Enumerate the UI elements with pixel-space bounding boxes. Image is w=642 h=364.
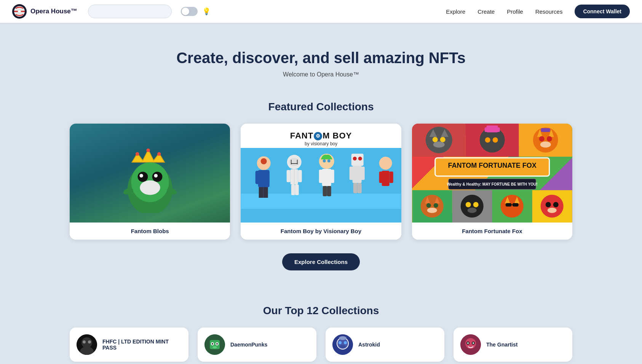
svg-point-122 xyxy=(344,341,347,344)
nav-profile[interactable]: Profile xyxy=(507,8,523,15)
top-collections-title: Our Top 12 Collections xyxy=(70,305,572,317)
svg-point-77 xyxy=(540,141,551,148)
svg-point-75 xyxy=(539,136,544,141)
svg-point-53 xyxy=(379,157,392,170)
featured-grid: Fantom Blobs FANT⚙M BOY by visionary boy xyxy=(70,124,572,240)
svg-point-92 xyxy=(465,202,471,207)
top-card-fhfc[interactable]: FHFC | LTD EDITION MINT PASS xyxy=(70,327,188,362)
svg-rect-48 xyxy=(353,166,362,183)
svg-point-94 xyxy=(467,208,476,213)
theme-controls: 💡 xyxy=(181,7,211,16)
svg-point-5 xyxy=(136,152,139,156)
lightbulb-icon[interactable]: 💡 xyxy=(202,7,211,16)
svg-point-116 xyxy=(212,343,213,345)
svg-text:Wealthy & Healthy: MAY FORTUNE: Wealthy & Healthy: MAY FORTUNE BE WITH Y… xyxy=(447,182,537,186)
svg-rect-43 xyxy=(323,186,327,196)
svg-rect-34 xyxy=(298,170,302,182)
explore-collections-button[interactable]: Explore Collections xyxy=(282,253,360,270)
svg-rect-52 xyxy=(358,183,362,193)
svg-point-117 xyxy=(216,343,218,345)
svg-point-106 xyxy=(547,208,556,213)
nav-links: Explore Create Profile Resources Connect… xyxy=(446,5,630,18)
featured-title: Featured Collections xyxy=(70,101,572,113)
top-card-gnartist[interactable]: The Gnartist xyxy=(454,327,572,362)
svg-rect-36 xyxy=(295,184,299,195)
svg-point-89 xyxy=(427,208,437,213)
nav-resources[interactable]: Resources xyxy=(535,8,563,15)
brand-logo[interactable]: Opera House™ xyxy=(12,4,77,19)
hero-title: Create, discover, and sell amazing NFTs xyxy=(8,49,634,67)
top-collections-section: Our Top 12 Collections FHFC | LTD EDITIO… xyxy=(54,301,588,364)
fantom-boy-image: FANT⚙M BOY by visionary boy xyxy=(241,124,401,223)
svg-rect-56 xyxy=(390,172,393,183)
hero-subtitle: Welcome to Opera House™ xyxy=(8,71,634,78)
top-card-name-daemonpunks: DaemonPunks xyxy=(230,342,267,348)
search-input[interactable] xyxy=(88,5,172,18)
top-card-astrokid[interactable]: Astrokid xyxy=(326,327,444,362)
svg-point-76 xyxy=(546,136,552,141)
explore-btn-wrap: Explore Collections xyxy=(70,253,572,270)
fantom-fox-image: FANTOM FORTUNATE FOX Wealthy & Healthy: … xyxy=(412,124,572,223)
svg-point-3 xyxy=(18,10,21,13)
top-card-name-fhfc: FHFC | LTD EDITION MINT PASS xyxy=(102,339,182,351)
svg-point-88 xyxy=(433,203,438,208)
svg-point-12 xyxy=(139,174,143,178)
navbar: Opera House™ 💡 Explore Create Profile Re… xyxy=(0,0,642,23)
svg-point-62 xyxy=(440,137,445,142)
fantom-boy-card-subtitle: by visionary boy xyxy=(241,141,401,146)
connect-wallet-button[interactable]: Connect Wallet xyxy=(575,5,630,18)
svg-point-91 xyxy=(460,195,483,218)
svg-point-105 xyxy=(553,202,558,207)
svg-rect-49 xyxy=(350,167,354,180)
svg-point-104 xyxy=(545,202,551,207)
svg-point-58 xyxy=(425,127,452,153)
svg-point-46 xyxy=(353,157,357,161)
svg-point-111 xyxy=(88,340,91,343)
svg-text:FANTOM FORTUNATE FOX: FANTOM FORTUNATE FOX xyxy=(448,162,536,169)
fantom-boy-label: Fantom Boy by Visionary Boy xyxy=(241,223,401,240)
top-card-avatar-astrokid xyxy=(332,334,353,355)
svg-point-124 xyxy=(339,336,347,340)
featured-card-fantom-fox[interactable]: FANTOM FORTUNATE FOX Wealthy & Healthy: … xyxy=(412,124,572,240)
svg-point-61 xyxy=(432,137,438,142)
top-card-avatar-gnartist xyxy=(460,334,481,355)
svg-point-14 xyxy=(140,180,160,195)
fantom-boy-card-title: FANT⚙M BOY xyxy=(241,131,401,140)
nav-create[interactable]: Create xyxy=(478,8,495,15)
fantom-blobs-image xyxy=(70,124,230,223)
top-card-daemonpunks[interactable]: DaemonPunks xyxy=(198,327,316,362)
nav-explore[interactable]: Explore xyxy=(446,8,465,15)
svg-rect-44 xyxy=(327,186,331,196)
brand-name: Opera House™ xyxy=(30,8,77,15)
svg-rect-23 xyxy=(259,187,264,198)
top-collections-grid: FHFC | LTD EDITION MINT PASS DaemonPun xyxy=(70,327,572,362)
svg-point-130 xyxy=(473,342,474,344)
svg-point-6 xyxy=(146,148,150,152)
logo-icon xyxy=(12,4,27,19)
svg-rect-50 xyxy=(361,167,365,180)
featured-card-fantom-blobs[interactable]: Fantom Blobs xyxy=(70,124,230,240)
theme-toggle[interactable] xyxy=(181,7,198,16)
svg-point-123 xyxy=(340,345,346,348)
svg-point-38 xyxy=(323,159,326,162)
svg-point-25 xyxy=(261,158,267,164)
svg-point-13 xyxy=(154,174,158,178)
svg-point-47 xyxy=(358,157,362,161)
svg-point-87 xyxy=(426,203,431,208)
svg-rect-99 xyxy=(505,203,511,207)
svg-rect-42 xyxy=(330,170,334,183)
svg-point-69 xyxy=(485,137,490,143)
svg-point-96 xyxy=(500,195,523,218)
svg-point-7 xyxy=(157,152,161,156)
hero-section: Create, discover, and sell amazing NFTs … xyxy=(0,23,642,93)
svg-point-39 xyxy=(327,159,331,162)
svg-rect-68 xyxy=(486,126,498,132)
top-card-name-gnartist: The Gnartist xyxy=(486,342,517,348)
fantom-fox-label: Fantom Fortunate Fox xyxy=(412,223,572,240)
svg-point-93 xyxy=(473,202,478,207)
top-card-name-astrokid: Astrokid xyxy=(358,342,380,348)
featured-section: Featured Collections xyxy=(54,93,588,293)
featured-card-fantom-boy[interactable]: FANT⚙M BOY by visionary boy xyxy=(241,124,401,240)
svg-point-63 xyxy=(433,141,444,148)
svg-point-103 xyxy=(540,195,563,218)
